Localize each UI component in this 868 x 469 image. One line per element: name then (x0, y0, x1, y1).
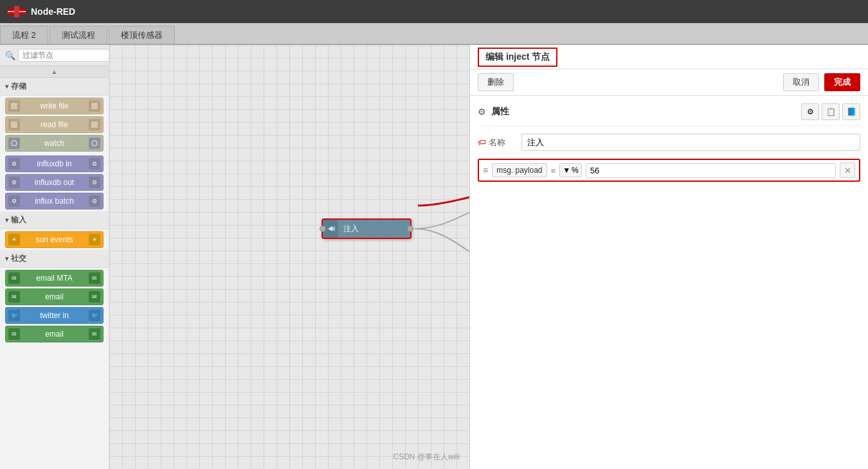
svg-point-9 (12, 141, 17, 146)
payload-key-select[interactable]: msg. payload (492, 163, 547, 177)
node-email[interactable]: ✉ email ✉ (5, 288, 104, 305)
payload-value-input[interactable] (586, 163, 836, 178)
canvas-area[interactable]: 注入 debug 8 手机通知 notify.notify (109, 45, 469, 469)
watch-icon-right (89, 137, 100, 149)
inject-label: 注入 (338, 224, 366, 234)
watch-icon-left (8, 137, 20, 149)
influxdb-out-icon-left: ⚙ (8, 177, 20, 188)
tab-test-flow[interactable]: 测试流程 (50, 26, 107, 44)
inject-port-right (407, 226, 413, 232)
tab-flow2[interactable]: 流程 2 (0, 26, 48, 44)
influxdb-out-label: influxdb out (21, 178, 87, 187)
tabbar: 流程 2 测试流程 楼顶传感器 (0, 23, 868, 45)
node-watch[interactable]: watch (5, 135, 104, 152)
node-email-2[interactable]: ✉ email ✉ (5, 326, 104, 342)
props-header: ⚙ 属性 ⚙ 📋 📘 (478, 103, 860, 126)
influx-batch-icon-right: ⚙ (89, 195, 100, 207)
email-mta-label: email MTA (21, 274, 87, 283)
search-icon: 🔍 (5, 51, 15, 60)
payload-key-text: msg. payload (496, 166, 542, 175)
influx-batch-label: influx batch (21, 197, 87, 206)
section-storage: ▾ 存储 write file read file (0, 78, 109, 154)
email-mta-icon-right: ✉ (89, 272, 100, 284)
watermark: CSDN @事在人wēi (393, 452, 460, 463)
props-doc-button[interactable]: 📋 (822, 103, 840, 120)
cancel-button[interactable]: 取消 (783, 73, 819, 91)
influxdb-in-icon-left: ⚙ (8, 158, 20, 170)
tab-roof-sensor[interactable]: 楼顶传感器 (109, 26, 175, 44)
props-title: 属性 (491, 106, 509, 118)
read-file-icon-right (89, 119, 100, 130)
payload-row: ≡ msg. payload = ▼ % ✕ (478, 159, 860, 182)
name-input[interactable] (521, 134, 860, 151)
node-sun-events[interactable]: ☀ sun events ☀ (5, 231, 104, 248)
app-title: Node-RED (31, 6, 75, 17)
svg-rect-8 (91, 121, 98, 128)
sidebar-search-area: 🔍 (0, 45, 109, 66)
main-layout: 🔍 ▲ ▾ 存储 write file (0, 45, 868, 469)
titlebar: Node-RED (0, 0, 868, 23)
sun-events-icon-left: ☀ (8, 234, 20, 245)
node-influx-batch[interactable]: ⚙ influx batch ⚙ (5, 193, 104, 209)
svg-rect-1 (14, 6, 19, 17)
payload-type-dropdown-icon: ▼ (563, 166, 570, 175)
node-read-file[interactable]: read file (5, 116, 104, 133)
section-social: ▾ 社交 ✉ email MTA ✉ ✉ email ✉ (0, 250, 109, 344)
sun-events-label: sun events (21, 235, 87, 244)
annotation-arrow (392, 141, 469, 218)
section-storage-arrow: ▾ (5, 83, 8, 90)
email-icon-left: ✉ (8, 291, 20, 303)
node-email-mta[interactable]: ✉ email MTA ✉ (5, 270, 104, 287)
email2-icon-left: ✉ (8, 328, 20, 340)
canvas-node-inject[interactable]: 注入 (321, 218, 411, 239)
props-gear-icon: ⚙ (478, 107, 486, 117)
email-icon-right: ✉ (89, 291, 100, 303)
email-mta-icon-left: ✉ (8, 272, 20, 284)
twitter-in-label: twitter in (21, 311, 87, 320)
section-social-header[interactable]: ▾ 社交 (0, 250, 109, 268)
panel-header: 编辑 inject 节点 (470, 45, 868, 69)
tag-icon: 🏷 (478, 137, 486, 147)
section-input-label: 输入 (11, 215, 26, 226)
svg-point-10 (92, 141, 97, 146)
props-info-button[interactable]: 📘 (842, 103, 860, 120)
props-actions: ⚙ 📋 📘 (801, 103, 860, 120)
panel-title: 编辑 inject 节点 (478, 48, 557, 67)
twitter-in-icon-left: 🐦 (8, 310, 20, 321)
section-social-arrow: ▾ (5, 255, 8, 262)
section-social-label: 社交 (11, 253, 26, 264)
svg-rect-7 (11, 121, 17, 128)
section-input-arrow: ▾ (5, 217, 8, 224)
inject-port-left (320, 226, 326, 232)
section-influxdb: ⚙ influxdb in ⚙ ⚙ influxdb out ⚙ ⚙ (0, 154, 109, 211)
node-influxdb-in[interactable]: ⚙ influxdb in ⚙ (5, 155, 104, 172)
email2-label: email (21, 330, 87, 339)
write-file-icon-right (89, 100, 100, 112)
read-file-icon-left (8, 119, 20, 130)
done-button[interactable]: 完成 (824, 73, 860, 91)
section-storage-header[interactable]: ▾ 存储 (0, 78, 109, 96)
sidebar: 🔍 ▲ ▾ 存储 write file (0, 45, 109, 469)
influxdb-in-label: influxdb in (21, 159, 87, 168)
node-twitter-in[interactable]: 🐦 twitter in 🐦 (5, 307, 104, 324)
drag-handle[interactable]: ≡ (483, 165, 488, 175)
node-write-file[interactable]: write file (5, 98, 104, 114)
section-input-header[interactable]: ▾ 输入 (0, 211, 109, 229)
read-file-label: read file (21, 120, 87, 129)
right-panel: 编辑 inject 节点 删除 取消 完成 ⚙ 属性 ⚙ 📋 📘 (469, 45, 868, 469)
panel-content: ⚙ 属性 ⚙ 📋 📘 🏷 名称 ≡ msg. (470, 96, 868, 469)
panel-toolbar: 删除 取消 完成 (470, 69, 868, 96)
email-label: email (21, 292, 87, 301)
scroll-up-icon[interactable]: ▲ (51, 68, 58, 75)
search-input[interactable] (18, 49, 109, 62)
payload-type-select[interactable]: ▼ % (559, 163, 582, 177)
delete-button[interactable]: 删除 (478, 73, 514, 91)
section-storage-label: 存储 (11, 81, 26, 92)
app-logo (8, 6, 26, 17)
node-influxdb-out[interactable]: ⚙ influxdb out ⚙ (5, 174, 104, 191)
props-gear-button[interactable]: ⚙ (801, 103, 819, 120)
payload-delete-button[interactable]: ✕ (840, 163, 855, 178)
influx-batch-icon-left: ⚙ (8, 195, 20, 207)
wires-svg (109, 45, 469, 469)
name-label: 🏷 名称 (478, 137, 516, 148)
